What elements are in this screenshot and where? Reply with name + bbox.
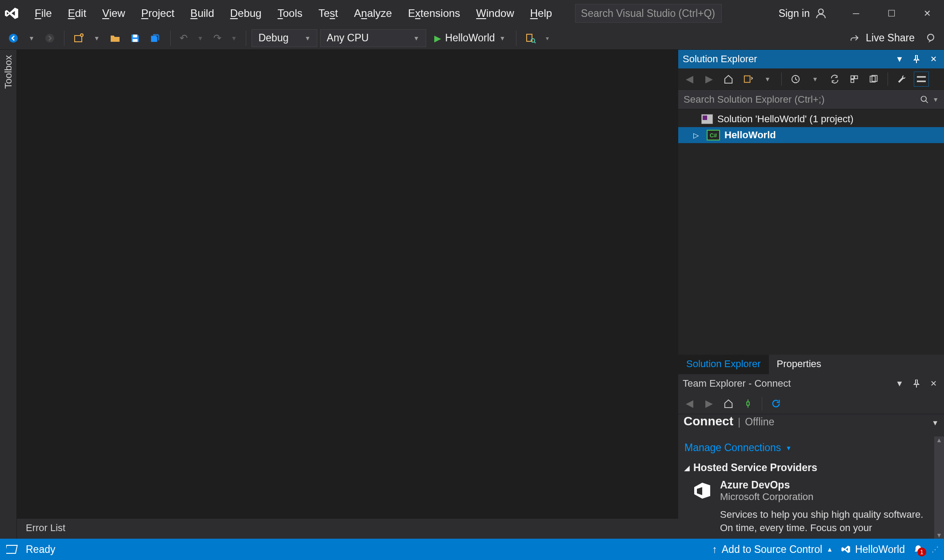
panel-options-dropdown[interactable]: ▼ — [893, 377, 906, 390]
te-home-button[interactable] — [721, 396, 736, 411]
play-icon: ▶ — [434, 33, 441, 44]
undo-button[interactable]: ↶ — [176, 30, 191, 47]
open-file-button[interactable] — [106, 30, 124, 47]
te-back-button[interactable]: ◀ — [682, 396, 697, 411]
solution-explorer-header[interactable]: Solution Explorer ▼ ✕ — [678, 50, 944, 68]
pin-icon[interactable] — [910, 53, 923, 65]
error-list-tab[interactable]: Error List — [17, 518, 678, 539]
notifications-button[interactable]: 1 — [913, 544, 924, 555]
se-pending-changes-button[interactable] — [788, 72, 803, 87]
standard-toolbar: ▼ ▼ ↶ ▼ ↷ ▼ Debug▼ Any CPU▼ ▶ HelloWorld… — [0, 27, 944, 50]
menu-view[interactable]: View — [94, 4, 133, 22]
menu-test[interactable]: Test — [311, 4, 346, 22]
nav-back-button[interactable] — [4, 30, 22, 47]
chevron-down-icon: ▼ — [413, 35, 420, 42]
toolbox-label: Toolbox — [3, 55, 14, 89]
add-source-control-button[interactable]: ↑ Add to Source Control ▲ — [712, 544, 833, 556]
right-panel-group: Solution Explorer ▼ ✕ ◀ ▶ ▼ ▼ Search Sol… — [678, 50, 944, 539]
project-node[interactable]: ▷ C# HelloWorld — [678, 127, 944, 143]
menu-debug[interactable]: Debug — [222, 4, 270, 22]
se-properties-button[interactable] — [894, 72, 909, 87]
menu-build[interactable]: Build — [182, 4, 222, 22]
svg-rect-5 — [133, 34, 137, 37]
svg-rect-18 — [917, 80, 926, 82]
se-back-button[interactable]: ◀ — [682, 72, 697, 87]
provider-name: Azure DevOps — [720, 479, 938, 491]
team-explorer-header[interactable]: Team Explorer - Connect ▼ ✕ — [678, 374, 944, 393]
nav-forward-button[interactable] — [41, 30, 59, 47]
svg-rect-14 — [851, 79, 854, 82]
menu-help[interactable]: Help — [522, 4, 560, 22]
status-project[interactable]: HelloWorld — [841, 544, 905, 556]
menu-edit[interactable]: Edit — [60, 4, 94, 22]
main-menu: File Edit View Project Build Debug Tools… — [27, 4, 560, 22]
live-share-button[interactable]: Live Share — [849, 32, 915, 44]
hosted-providers-label: Hosted Service Providers — [693, 462, 817, 474]
menu-tools[interactable]: Tools — [269, 4, 310, 22]
signin-link[interactable]: Sign in — [779, 8, 827, 20]
te-connect-button[interactable] — [740, 396, 756, 411]
close-button[interactable]: ✕ — [913, 4, 941, 23]
manage-connections-link[interactable]: Manage Connections ▼ — [684, 442, 938, 454]
pin-icon[interactable] — [910, 377, 923, 390]
find-in-files-button[interactable] — [522, 30, 540, 47]
new-project-dropdown[interactable]: ▼ — [90, 30, 104, 47]
solution-icon — [701, 114, 713, 124]
tab-solution-explorer[interactable]: Solution Explorer — [678, 355, 769, 374]
tab-properties[interactable]: Properties — [769, 355, 829, 374]
chevron-down-icon: ▼ — [304, 35, 311, 42]
save-button[interactable] — [127, 30, 144, 47]
scrollbar[interactable]: ▲▼ — [934, 436, 944, 539]
undo-dropdown[interactable]: ▼ — [194, 30, 207, 47]
azure-devops-icon — [692, 481, 713, 500]
se-forward-button[interactable]: ▶ — [701, 72, 716, 87]
offline-label: Offline — [745, 416, 774, 428]
config-combo[interactable]: Debug▼ — [252, 29, 317, 47]
se-switch-views-button[interactable] — [740, 72, 756, 87]
hosted-providers-header[interactable]: ◢ Hosted Service Providers — [684, 462, 938, 474]
se-show-all-button[interactable] — [866, 72, 881, 87]
config-value: Debug — [258, 32, 288, 44]
redo-dropdown[interactable]: ▼ — [228, 30, 241, 47]
menu-analyze[interactable]: Analyze — [346, 4, 400, 22]
maximize-button[interactable]: ☐ — [877, 4, 906, 23]
close-panel-button[interactable]: ✕ — [927, 53, 940, 65]
solution-node[interactable]: Solution 'HelloWorld' (1 project) — [678, 111, 944, 127]
connect-section-header[interactable]: Connect | Offline ▼ — [678, 414, 944, 436]
start-debug-button[interactable]: ▶ HelloWorld ▼ — [429, 32, 511, 44]
editor-area: Error List — [17, 50, 678, 539]
menu-extensions[interactable]: Extensions — [400, 4, 468, 22]
new-project-button[interactable] — [70, 30, 88, 47]
menu-window[interactable]: Window — [468, 4, 522, 22]
expander-icon[interactable]: ▷ — [693, 131, 702, 140]
chevron-down-icon: ▼ — [785, 444, 792, 452]
se-switch-dropdown[interactable]: ▼ — [760, 72, 775, 87]
se-pending-dropdown[interactable]: ▼ — [808, 72, 823, 87]
resize-grip-icon[interactable]: ⋰ — [932, 545, 938, 554]
se-sync-button[interactable] — [827, 72, 842, 87]
save-all-button[interactable] — [146, 30, 165, 47]
menu-project[interactable]: Project — [133, 4, 183, 22]
menu-file[interactable]: File — [27, 4, 60, 22]
chevron-down-icon[interactable]: ▼ — [932, 419, 939, 427]
platform-combo[interactable]: Any CPU▼ — [320, 29, 426, 47]
se-collapse-button[interactable] — [847, 72, 862, 87]
te-refresh-button[interactable] — [768, 396, 784, 411]
se-home-button[interactable] — [721, 72, 736, 87]
panel-options-dropdown[interactable]: ▼ — [893, 53, 906, 65]
error-list-label: Error List — [26, 522, 65, 533]
quick-launch-search[interactable]: Search Visual Studio (Ctrl+Q) — [575, 4, 722, 23]
se-search-dropdown[interactable]: ▼ — [932, 96, 939, 103]
solution-explorer-title: Solution Explorer — [683, 53, 757, 65]
redo-button[interactable]: ↷ — [210, 30, 225, 47]
toolbar-overflow[interactable]: ▾ — [542, 30, 552, 47]
nav-back-dropdown[interactable]: ▼ — [25, 30, 38, 47]
close-panel-button[interactable]: ✕ — [927, 377, 940, 390]
te-forward-button[interactable]: ▶ — [701, 396, 716, 411]
solution-explorer-search[interactable]: Search Solution Explorer (Ctrl+;) ▼ — [678, 90, 944, 109]
feedback-button[interactable] — [922, 30, 940, 47]
azure-devops-provider[interactable]: Azure DevOps Microsoft Corporation Servi… — [692, 479, 938, 534]
se-preview-button[interactable] — [914, 72, 929, 87]
toolbox-tab[interactable]: Toolbox — [0, 50, 17, 539]
minimize-button[interactable]: ─ — [842, 4, 870, 23]
